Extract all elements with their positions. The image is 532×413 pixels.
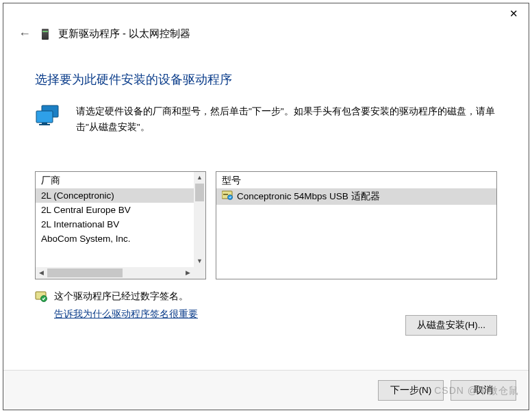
instruction-text: 请选定硬件设备的厂商和型号，然后单击"下一步"。如果手头有包含要安装的驱动程序的… xyxy=(76,104,497,136)
footer-bar: 下一步(N) 取消 xyxy=(3,370,529,410)
install-from-disk-button[interactable]: 从磁盘安装(H)... xyxy=(405,315,497,336)
manufacturer-item[interactable]: 2L International BV xyxy=(36,217,205,231)
manufacturer-body: 2L (Conceptronic) 2L Central Europe BV 2… xyxy=(36,188,205,279)
back-button[interactable]: ← xyxy=(18,27,32,41)
scroll-up-icon[interactable]: ▲ xyxy=(194,172,205,184)
scroll-corner xyxy=(194,267,205,279)
signature-texts: 这个驱动程序已经过数字签名。 告诉我为什么驱动程序签名很重要 xyxy=(54,290,198,321)
next-button[interactable]: 下一步(N) xyxy=(378,380,444,401)
model-body: Conceptronic 54Mbps USB 适配器 xyxy=(216,188,496,279)
svg-rect-5 xyxy=(223,194,228,195)
manufacturer-item[interactable]: 2L (Conceptronic) xyxy=(36,188,205,203)
nav-row: ← 更新驱动程序 - 以太网控制器 xyxy=(3,27,529,45)
instruction-row: 请选定硬件设备的厂商和型号，然后单击"下一步"。如果手头有包含要安装的驱动程序的… xyxy=(35,104,497,136)
svg-rect-2 xyxy=(42,123,47,124)
manufacturer-item[interactable]: AboCom System, Inc. xyxy=(36,231,205,246)
monitors-icon xyxy=(35,104,65,134)
manufacturer-item[interactable]: 2L Central Europe BV xyxy=(36,203,205,217)
page-heading: 选择要为此硬件安装的设备驱动程序 xyxy=(35,71,497,88)
scroll-right-icon[interactable]: ▶ xyxy=(182,267,194,279)
dialog-window: ✕ ← 更新驱动程序 - 以太网控制器 选择要为此硬件安装的设备驱动程序 请选定… xyxy=(3,3,529,410)
model-item-label: Conceptronic 54Mbps USB 适配器 xyxy=(237,190,380,203)
content-area: 选择要为此硬件安装的设备驱动程序 请选定硬件设备的厂商和型号，然后单击"下一步"… xyxy=(3,45,529,327)
manufacturer-listbox[interactable]: 厂商 2L (Conceptronic) 2L Central Europe B… xyxy=(35,171,206,279)
window-title: 更新驱动程序 - 以太网控制器 xyxy=(58,27,190,40)
scroll-left-icon[interactable]: ◀ xyxy=(36,267,47,279)
driver-icon xyxy=(222,190,233,202)
model-listbox[interactable]: 型号 Conceptronic 54Mbps USB 适配器 xyxy=(216,171,497,279)
svg-rect-3 xyxy=(39,124,50,125)
model-header: 型号 xyxy=(216,172,496,188)
svg-rect-1 xyxy=(36,111,53,123)
signature-ok-icon xyxy=(35,290,47,305)
title-bar: ✕ xyxy=(3,3,529,27)
scroll-track[interactable] xyxy=(194,184,205,255)
scrollbar-vertical[interactable]: ▲ ▼ xyxy=(194,172,205,267)
signature-text: 这个驱动程序已经过数字签名。 xyxy=(54,290,198,303)
scrollbar-horizontal[interactable]: ◀ ▶ xyxy=(36,267,194,279)
close-button[interactable]: ✕ xyxy=(498,3,529,24)
scroll-thumb[interactable] xyxy=(47,268,123,277)
scroll-down-icon[interactable]: ▼ xyxy=(194,255,205,267)
model-item[interactable]: Conceptronic 54Mbps USB 适配器 xyxy=(216,188,496,205)
scroll-track[interactable] xyxy=(47,267,182,279)
manufacturer-header: 厂商 xyxy=(36,172,205,188)
scroll-thumb[interactable] xyxy=(195,184,204,201)
device-icon xyxy=(42,29,49,40)
signature-importance-link[interactable]: 告诉我为什么驱动程序签名很重要 xyxy=(54,308,198,321)
cancel-button[interactable]: 取消 xyxy=(451,380,516,401)
disk-install-wrap: 从磁盘安装(H)... xyxy=(405,315,497,336)
list-panels: 厂商 2L (Conceptronic) 2L Central Europe B… xyxy=(35,171,497,279)
